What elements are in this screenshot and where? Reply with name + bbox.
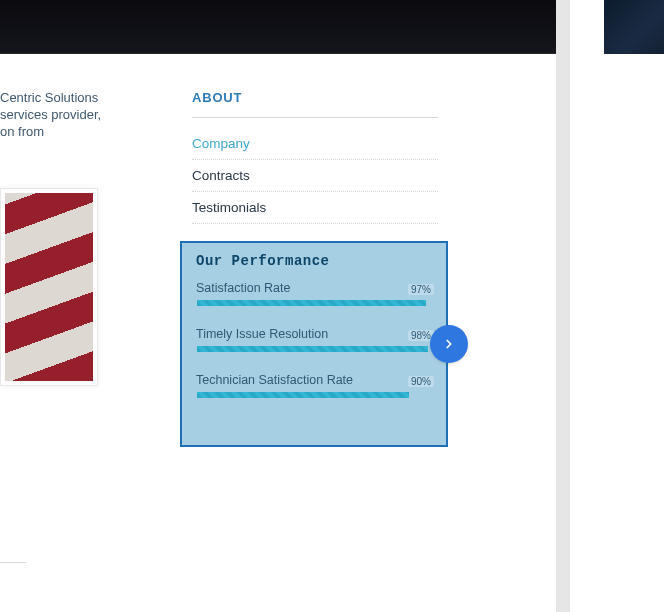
progress-bar bbox=[196, 391, 434, 399]
about-nav-list: Company Contracts Testimonials bbox=[192, 128, 438, 224]
intro-line: on from bbox=[0, 124, 120, 141]
metric-label: Technician Satisfaction Rate bbox=[196, 373, 353, 387]
next-button[interactable] bbox=[430, 325, 468, 363]
about-item-company[interactable]: Company bbox=[192, 128, 438, 160]
hero-banner-right-crop bbox=[604, 0, 664, 54]
about-image-card bbox=[0, 188, 98, 386]
metric-row: Satisfaction Rate 97% bbox=[196, 281, 434, 307]
hero-banner-crop bbox=[0, 0, 556, 54]
chevron-right-icon bbox=[442, 337, 456, 351]
metric-row: Technician Satisfaction Rate 90% bbox=[196, 373, 434, 399]
about-sidebar: ABOUT Company Contracts Testimonials bbox=[192, 90, 438, 224]
progress-bar bbox=[196, 345, 434, 353]
intro-paragraph: Centric Solutions services provider, on … bbox=[0, 90, 120, 141]
progress-bar bbox=[196, 299, 434, 307]
about-item-contracts[interactable]: Contracts bbox=[192, 160, 438, 192]
about-heading: ABOUT bbox=[192, 90, 438, 118]
metric-label: Timely Issue Resolution bbox=[196, 327, 328, 341]
vertical-scrollbar[interactable] bbox=[556, 0, 570, 612]
about-item-testimonials[interactable]: Testimonials bbox=[192, 192, 438, 224]
performance-card: Our Performance Satisfaction Rate 97% Ti… bbox=[180, 241, 448, 447]
metric-label: Satisfaction Rate bbox=[196, 281, 291, 295]
american-flag-icon bbox=[5, 193, 93, 381]
divider bbox=[0, 562, 26, 563]
performance-title: Our Performance bbox=[196, 253, 434, 269]
metric-value: 90% bbox=[408, 376, 434, 387]
metric-value: 97% bbox=[408, 284, 434, 295]
metric-row: Timely Issue Resolution 98% bbox=[196, 327, 434, 353]
progress-fill bbox=[197, 300, 426, 306]
intro-line: Centric Solutions bbox=[0, 90, 120, 107]
intro-line: services provider, bbox=[0, 107, 120, 124]
progress-fill bbox=[197, 392, 409, 398]
progress-fill bbox=[197, 346, 428, 352]
